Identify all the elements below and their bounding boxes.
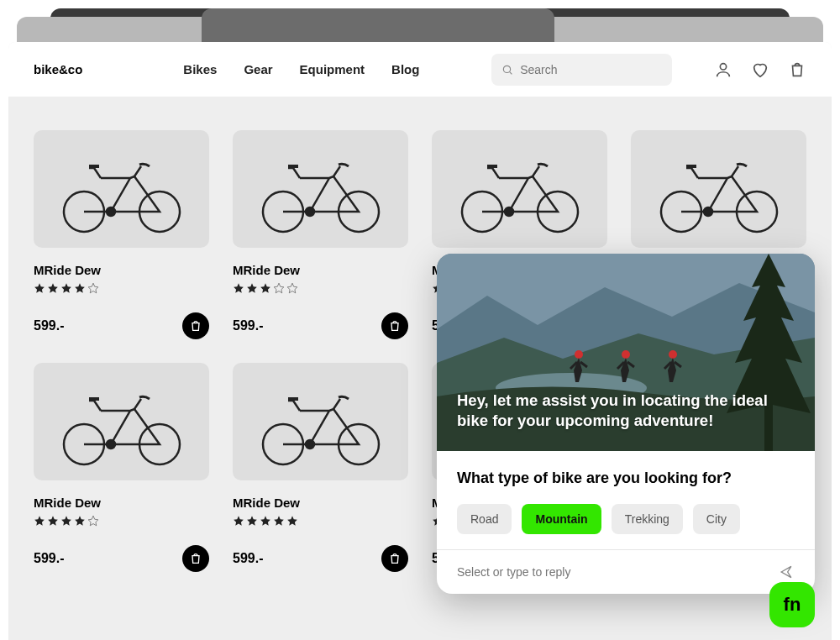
add-to-cart-button[interactable] <box>182 545 209 572</box>
header-icons <box>714 60 806 79</box>
send-icon[interactable] <box>778 564 795 580</box>
product-card[interactable]: MRide Dew 599.- <box>233 363 408 572</box>
fab-button[interactable]: fn <box>769 582 815 627</box>
tab-front-active[interactable] <box>202 8 554 42</box>
product-price: 599.- <box>233 551 263 566</box>
svg-point-29 <box>575 350 583 359</box>
assistant-reply-input[interactable] <box>457 565 768 579</box>
assistant-panel: Hey, let me assist you in locating the i… <box>437 254 815 594</box>
brand-logo[interactable]: bike&co <box>34 62 82 76</box>
chip-trekking[interactable]: Trekking <box>612 504 683 534</box>
product-rating <box>233 282 408 294</box>
svg-point-31 <box>669 350 677 359</box>
svg-point-14 <box>704 207 712 216</box>
product-price: 599.- <box>34 318 64 333</box>
svg-point-30 <box>622 350 630 359</box>
product-image <box>34 130 209 248</box>
product-name: MRide Dew <box>233 263 408 277</box>
svg-point-0 <box>503 66 510 72</box>
assistant-body: What type of bike are you looking for? R… <box>437 451 815 549</box>
svg-point-5 <box>107 207 115 216</box>
svg-point-20 <box>306 440 314 449</box>
product-name: MRide Dew <box>34 496 209 510</box>
add-to-cart-button[interactable] <box>381 545 408 572</box>
product-card[interactable]: MRide Dew 599.- <box>34 130 209 339</box>
product-image <box>34 363 209 480</box>
assistant-chips: RoadMountainTrekkingCity <box>457 504 795 534</box>
assistant-hero-text: Hey, let me assist you in locating the i… <box>457 391 795 431</box>
assistant-question: What type of bike are you looking for? <box>457 470 795 487</box>
product-price: 599.- <box>233 318 263 333</box>
svg-point-17 <box>107 440 115 449</box>
product-card[interactable]: MRide Dew 599.- <box>34 363 209 572</box>
window-tabs <box>0 0 840 42</box>
product-image <box>631 130 806 248</box>
product-rating <box>34 282 209 294</box>
chip-mountain[interactable]: Mountain <box>522 504 601 534</box>
nav-link-bikes[interactable]: Bikes <box>183 62 217 76</box>
nav-link-blog[interactable]: Blog <box>391 62 419 76</box>
search-box[interactable] <box>491 54 672 86</box>
navbar: bike&co BikesGearEquipmentBlog <box>8 42 832 97</box>
bag-icon[interactable] <box>788 60 806 79</box>
rider-silhouettes <box>565 349 686 384</box>
chip-city[interactable]: City <box>693 504 740 534</box>
product-name: MRide Dew <box>233 496 408 510</box>
add-to-cart-button[interactable] <box>182 312 209 339</box>
search-icon <box>501 63 513 76</box>
app-window: bike&co BikesGearEquipmentBlog MRide Dew… <box>8 42 832 640</box>
product-rating <box>233 515 408 527</box>
nav-links: BikesGearEquipmentBlog <box>183 62 419 76</box>
nav-link-equipment[interactable]: Equipment <box>300 62 365 76</box>
heart-icon[interactable] <box>751 60 769 79</box>
account-icon[interactable] <box>714 60 732 79</box>
assistant-input-bar <box>437 549 815 594</box>
search-input[interactable] <box>520 63 662 76</box>
nav-link-gear[interactable]: Gear <box>244 62 272 76</box>
svg-line-1 <box>510 71 512 74</box>
assistant-hero: Hey, let me assist you in locating the i… <box>437 254 815 451</box>
product-name: MRide Dew <box>34 263 209 277</box>
product-rating <box>34 515 209 527</box>
chip-road[interactable]: Road <box>457 504 512 534</box>
product-image <box>233 130 408 248</box>
product-image <box>233 363 408 480</box>
product-price: 599.- <box>34 551 64 566</box>
svg-point-8 <box>306 207 314 216</box>
product-card[interactable]: MRide Dew 599.- <box>233 130 408 339</box>
product-image <box>432 130 607 248</box>
add-to-cart-button[interactable] <box>381 312 408 339</box>
svg-point-2 <box>720 63 726 69</box>
svg-point-11 <box>505 207 513 216</box>
